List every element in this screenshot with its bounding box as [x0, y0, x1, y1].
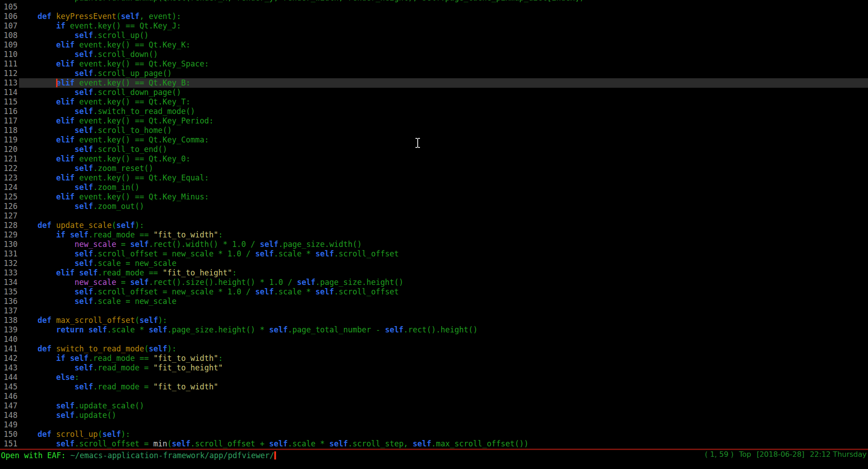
code-text: elif event.key() == Qt.Key_Space: [19, 59, 868, 69]
code-line[interactable]: 123 elif event.key() == Qt.Key_Equal: [0, 173, 868, 183]
code-line[interactable]: 135 self.scroll_offset = new_scale * 1.0… [0, 287, 868, 297]
code-text: new_scale = self.rect().width() * 1.0 / … [19, 240, 868, 249]
code-text: elif event.key() == Qt.Key_Comma: [19, 135, 868, 145]
minibuffer-input[interactable]: ~/emacs-application-framework/app/pdfvie… [71, 451, 274, 460]
emacs-frame: painter.drawPixmap(QRect(render_x, rende… [0, 0, 868, 469]
line-number: 110 [0, 50, 19, 59]
code-text: def switch_to_read_mode(self): [19, 344, 868, 354]
code-line[interactable]: 136 self.scale = new_scale [0, 297, 868, 306]
code-text: self.scale = new_scale [19, 259, 868, 268]
code-editor[interactable]: painter.drawPixmap(QRect(render_x, rende… [0, 0, 868, 449]
line-number: 105 [0, 2, 19, 12]
code-line[interactable]: 130 new_scale = self.rect().width() * 1.… [0, 240, 868, 249]
code-line[interactable]: 119 elif event.key() == Qt.Key_Comma: [0, 135, 868, 145]
line-number: 114 [0, 88, 19, 97]
code-line[interactable]: 105 [0, 2, 868, 12]
line-number: 146 [0, 392, 19, 401]
line-number: 124 [0, 183, 19, 192]
editor-cursor [56, 79, 57, 87]
code-text: self.scroll_offset = new_scale * 1.0 / s… [19, 287, 868, 297]
code-line[interactable]: 109 elif event.key() == Qt.Key_K: [0, 40, 868, 50]
mouse-ibeam-cursor [415, 137, 421, 151]
code-text: if event.key() == Qt.Key_J: [19, 21, 868, 31]
code-line[interactable]: 132 self.scale = new_scale [0, 259, 868, 268]
code-line[interactable]: 117 elif event.key() == Qt.Key_Period: [0, 116, 868, 126]
line-number: 145 [0, 382, 19, 392]
code-text: elif event.key() == Qt.Key_B: [19, 78, 868, 88]
code-text: self.zoom_in() [19, 183, 868, 192]
line-number: 140 [0, 335, 19, 344]
code-text: elif event.key() == Qt.Key_0: [19, 154, 868, 164]
code-line[interactable]: 133 elif self.read_mode == "fit_to_heigh… [0, 268, 868, 278]
code-line[interactable]: 124 self.zoom_in() [0, 183, 868, 192]
code-text: self.scroll_down() [19, 50, 868, 59]
code-line[interactable]: 147 self.update_scale() [0, 401, 868, 411]
code-line[interactable]: 149 [0, 420, 868, 430]
code-line[interactable]: 129 if self.read_mode == "fit_to_width": [0, 230, 868, 240]
code-text: if self.read_mode == "fit_to_width": [19, 354, 868, 363]
line-number: 111 [0, 59, 19, 69]
line-number: 151 [0, 439, 19, 449]
code-line[interactable]: 108 self.scroll_up() [0, 31, 868, 40]
code-line[interactable]: 148 self.update() [0, 411, 868, 420]
line-number: 150 [0, 430, 19, 439]
code-line[interactable]: 106 def keyPressEvent(self, event): [0, 12, 868, 21]
code-line[interactable]: 114 self.scroll_down_page() [0, 88, 868, 97]
code-line[interactable]: 107 if event.key() == Qt.Key_J: [0, 21, 868, 31]
line-number: 109 [0, 40, 19, 50]
code-line[interactable]: 116 self.switch_to_read_mode() [0, 107, 868, 116]
line-number: 131 [0, 249, 19, 259]
line-number: 128 [0, 221, 19, 230]
minibuffer[interactable]: Open with EAF: ~/emacs-application-frame… [0, 450, 868, 469]
code-line[interactable]: 110 self.scroll_down() [0, 50, 868, 59]
tray-date: [2018-06-28] [757, 450, 804, 459]
code-text: self.scroll_up_page() [19, 69, 868, 78]
code-text: def keyPressEvent(self, event): [19, 12, 868, 21]
line-number: 113 [0, 78, 19, 88]
code-line[interactable]: 146 [0, 392, 868, 401]
tray-buffer-position: Top [739, 450, 751, 459]
line-number: 118 [0, 126, 19, 135]
code-text: elif event.key() == Qt.Key_Period: [19, 116, 868, 126]
code-line[interactable]: 143 self.read_mode = "fit_to_height" [0, 363, 868, 373]
code-line[interactable]: 141 def switch_to_read_mode(self): [0, 344, 868, 354]
code-line[interactable]: 131 self.scroll_offset = new_scale * 1.0… [0, 249, 868, 259]
code-line[interactable]: 128 def update_scale(self): [0, 221, 868, 230]
code-text: self.update() [19, 411, 868, 420]
code-line[interactable]: 121 elif event.key() == Qt.Key_0: [0, 154, 868, 164]
code-line[interactable]: 150 def scroll_up(self): [0, 430, 868, 439]
code-line[interactable]: 138 def max_scroll_offset(self): [0, 316, 868, 325]
code-text: else: [19, 373, 868, 382]
code-line[interactable]: 126 self.zoom_out() [0, 202, 868, 211]
line-number: 138 [0, 316, 19, 325]
code-line[interactable]: 140 [0, 335, 868, 344]
code-text: new_scale = self.rect().size().height() … [19, 278, 868, 287]
code-line[interactable]: 145 self.read_mode = "fit_to_width" [0, 382, 868, 392]
minibuffer-prompt: Open with EAF: [1, 451, 71, 460]
code-line[interactable]: 118 self.scroll_to_home() [0, 126, 868, 135]
code-line[interactable]: 127 [0, 211, 868, 221]
code-line[interactable]: 125 elif event.key() == Qt.Key_Minus: [0, 192, 868, 202]
code-text: self.scroll_up() [19, 31, 868, 40]
code-line[interactable]: 134 new_scale = self.rect().size().heigh… [0, 278, 868, 287]
code-text: self.update_scale() [19, 401, 868, 411]
code-line[interactable]: 115 elif event.key() == Qt.Key_T: [0, 97, 868, 107]
code-line[interactable]: 122 self.zoom_reset() [0, 164, 868, 173]
code-line[interactable]: 112 self.scroll_up_page() [0, 69, 868, 78]
code-line[interactable]: 137 [0, 306, 868, 316]
line-number: 129 [0, 230, 19, 240]
code-text: self.zoom_reset() [19, 164, 868, 173]
code-line[interactable]: 113 elif event.key() == Qt.Key_B: [0, 78, 868, 88]
code-line[interactable]: 144 else: [0, 373, 868, 382]
code-text: if self.read_mode == "fit_to_width": [19, 230, 868, 240]
line-number: 133 [0, 268, 19, 278]
code-text [19, 211, 868, 221]
code-text: elif event.key() == Qt.Key_Equal: [19, 173, 868, 183]
code-line[interactable]: 139 return self.scale * self.page_size.h… [0, 325, 868, 335]
code-text: elif event.key() == Qt.Key_Minus: [19, 192, 868, 202]
code-line[interactable]: 120 self.scroll_to_end() [0, 145, 868, 154]
code-line[interactable]: 142 if self.read_mode == "fit_to_width": [0, 354, 868, 363]
code-line[interactable]: 111 elif event.key() == Qt.Key_Space: [0, 59, 868, 69]
line-number: 126 [0, 202, 19, 211]
code-lines: 105106 def keyPressEvent(self, event):10… [0, 2, 868, 449]
